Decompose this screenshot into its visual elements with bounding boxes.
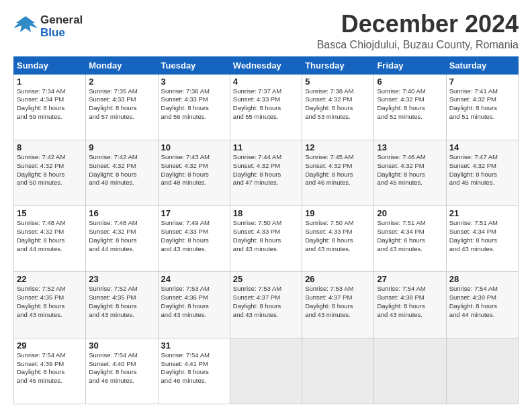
calendar-week-row: 22 Sunrise: 7:52 AMSunset: 4:35 PMDaylig… [14, 272, 519, 338]
calendar-cell: 1 Sunrise: 7:34 AMSunset: 4:34 PMDayligh… [14, 74, 86, 140]
calendar-cell: 14 Sunrise: 7:47 AMSunset: 4:32 PMDaylig… [446, 140, 518, 205]
calendar-cell: 8 Sunrise: 7:42 AMSunset: 4:32 PMDayligh… [14, 140, 86, 205]
day-info: Sunrise: 7:42 AMSunset: 4:32 PMDaylight:… [89, 153, 137, 186]
calendar-cell: 29 Sunrise: 7:54 AMSunset: 4:39 PMDaylig… [14, 338, 86, 404]
calendar-header-row: Sunday Monday Tuesday Wednesday Thursday… [14, 56, 519, 74]
main-title: December 2024 [317, 11, 519, 38]
day-info: Sunrise: 7:44 AMSunset: 4:32 PMDaylight:… [233, 153, 281, 186]
title-block: December 2024 Basca Chiojdului, Buzau Co… [317, 11, 519, 51]
col-wednesday: Wednesday [230, 56, 302, 74]
day-info: Sunrise: 7:45 AMSunset: 4:32 PMDaylight:… [305, 153, 353, 186]
calendar-cell: 24 Sunrise: 7:53 AMSunset: 4:36 PMDaylig… [158, 272, 230, 338]
day-info: Sunrise: 7:34 AMSunset: 4:34 PMDaylight:… [17, 87, 65, 120]
day-info: Sunrise: 7:48 AMSunset: 4:32 PMDaylight:… [89, 219, 137, 252]
col-friday: Friday [374, 56, 446, 74]
calendar-cell: 18 Sunrise: 7:50 AMSunset: 4:33 PMDaylig… [230, 206, 302, 272]
day-info: Sunrise: 7:40 AMSunset: 4:32 PMDaylight:… [377, 87, 425, 120]
col-sunday: Sunday [14, 56, 86, 74]
calendar-cell: 6 Sunrise: 7:40 AMSunset: 4:32 PMDayligh… [374, 74, 446, 140]
calendar-cell: 27 Sunrise: 7:54 AMSunset: 4:38 PMDaylig… [374, 272, 446, 338]
calendar-cell: 31 Sunrise: 7:54 AMSunset: 4:41 PMDaylig… [158, 338, 230, 404]
day-info: Sunrise: 7:52 AMSunset: 4:35 PMDaylight:… [89, 285, 137, 318]
calendar-week-row: 15 Sunrise: 7:48 AMSunset: 4:32 PMDaylig… [14, 206, 519, 272]
calendar-cell: 20 Sunrise: 7:51 AMSunset: 4:34 PMDaylig… [374, 206, 446, 272]
day-number: 27 [377, 274, 443, 284]
header: General Blue December 2024 Basca Chiojdu… [13, 11, 519, 51]
col-monday: Monday [86, 56, 158, 74]
calendar-week-row: 1 Sunrise: 7:34 AMSunset: 4:34 PMDayligh… [14, 74, 519, 140]
calendar-cell [446, 338, 518, 404]
day-number: 8 [17, 142, 83, 152]
day-info: Sunrise: 7:52 AMSunset: 4:35 PMDaylight:… [17, 285, 65, 318]
logo: General Blue [13, 11, 83, 40]
calendar-cell: 3 Sunrise: 7:36 AMSunset: 4:33 PMDayligh… [158, 74, 230, 140]
day-number: 20 [377, 208, 443, 218]
calendar-cell: 15 Sunrise: 7:48 AMSunset: 4:32 PMDaylig… [14, 206, 86, 272]
calendar-cell: 26 Sunrise: 7:53 AMSunset: 4:37 PMDaylig… [302, 272, 374, 338]
day-info: Sunrise: 7:54 AMSunset: 4:40 PMDaylight:… [89, 351, 137, 384]
day-info: Sunrise: 7:37 AMSunset: 4:33 PMDaylight:… [233, 87, 281, 120]
day-number: 2 [89, 77, 154, 87]
calendar-cell [374, 338, 446, 404]
calendar-week-row: 29 Sunrise: 7:54 AMSunset: 4:39 PMDaylig… [14, 338, 519, 404]
day-number: 1 [17, 77, 83, 87]
day-number: 15 [17, 208, 83, 218]
day-info: Sunrise: 7:54 AMSunset: 4:38 PMDaylight:… [377, 285, 425, 318]
logo-bird-svg [13, 13, 38, 38]
day-info: Sunrise: 7:54 AMSunset: 4:39 PMDaylight:… [17, 351, 65, 384]
calendar-cell: 4 Sunrise: 7:37 AMSunset: 4:33 PMDayligh… [230, 74, 302, 140]
calendar-cell [230, 338, 302, 404]
day-number: 9 [89, 142, 154, 152]
day-info: Sunrise: 7:35 AMSunset: 4:33 PMDaylight:… [89, 87, 137, 120]
calendar-cell: 21 Sunrise: 7:51 AMSunset: 4:34 PMDaylig… [446, 206, 518, 272]
calendar-cell: 25 Sunrise: 7:53 AMSunset: 4:37 PMDaylig… [230, 272, 302, 338]
calendar-cell: 10 Sunrise: 7:43 AMSunset: 4:32 PMDaylig… [158, 140, 230, 205]
day-number: 24 [161, 274, 227, 284]
page: General Blue December 2024 Basca Chiojdu… [0, 0, 532, 411]
day-number: 25 [233, 274, 299, 284]
day-info: Sunrise: 7:50 AMSunset: 4:33 PMDaylight:… [233, 219, 281, 252]
day-number: 29 [17, 340, 83, 351]
calendar-cell: 28 Sunrise: 7:54 AMSunset: 4:39 PMDaylig… [446, 272, 518, 338]
day-info: Sunrise: 7:50 AMSunset: 4:33 PMDaylight:… [305, 219, 353, 252]
day-number: 31 [161, 340, 227, 351]
day-info: Sunrise: 7:48 AMSunset: 4:32 PMDaylight:… [17, 219, 65, 252]
day-number: 14 [449, 142, 515, 152]
day-info: Sunrise: 7:53 AMSunset: 4:37 PMDaylight:… [305, 285, 353, 318]
calendar-cell: 13 Sunrise: 7:46 AMSunset: 4:32 PMDaylig… [374, 140, 446, 205]
day-info: Sunrise: 7:53 AMSunset: 4:37 PMDaylight:… [233, 285, 281, 318]
col-thursday: Thursday [302, 56, 374, 74]
day-number: 13 [377, 142, 443, 152]
day-info: Sunrise: 7:54 AMSunset: 4:39 PMDaylight:… [449, 285, 498, 318]
day-info: Sunrise: 7:41 AMSunset: 4:32 PMDaylight:… [449, 87, 498, 120]
subtitle: Basca Chiojdului, Buzau County, Romania [317, 39, 519, 51]
day-number: 5 [305, 77, 371, 87]
calendar-cell: 5 Sunrise: 7:38 AMSunset: 4:32 PMDayligh… [302, 74, 374, 140]
calendar-cell: 22 Sunrise: 7:52 AMSunset: 4:35 PMDaylig… [14, 272, 86, 338]
calendar-cell [302, 338, 374, 404]
day-number: 16 [89, 208, 154, 218]
logo-general: General [40, 14, 83, 27]
calendar-cell: 12 Sunrise: 7:45 AMSunset: 4:32 PMDaylig… [302, 140, 374, 205]
day-number: 7 [449, 77, 515, 87]
day-number: 12 [305, 142, 371, 152]
calendar-cell: 17 Sunrise: 7:49 AMSunset: 4:33 PMDaylig… [158, 206, 230, 272]
day-number: 4 [233, 77, 299, 87]
calendar-cell: 19 Sunrise: 7:50 AMSunset: 4:33 PMDaylig… [302, 206, 374, 272]
day-number: 19 [305, 208, 371, 218]
calendar-cell: 7 Sunrise: 7:41 AMSunset: 4:32 PMDayligh… [446, 74, 518, 140]
calendar-week-row: 8 Sunrise: 7:42 AMSunset: 4:32 PMDayligh… [14, 140, 519, 205]
day-info: Sunrise: 7:46 AMSunset: 4:32 PMDaylight:… [377, 153, 425, 186]
day-info: Sunrise: 7:51 AMSunset: 4:34 PMDaylight:… [449, 219, 498, 252]
calendar-cell: 30 Sunrise: 7:54 AMSunset: 4:40 PMDaylig… [86, 338, 158, 404]
day-info: Sunrise: 7:42 AMSunset: 4:32 PMDaylight:… [17, 153, 65, 186]
day-info: Sunrise: 7:47 AMSunset: 4:32 PMDaylight:… [449, 153, 498, 186]
day-number: 10 [161, 142, 227, 152]
day-info: Sunrise: 7:43 AMSunset: 4:32 PMDaylight:… [161, 153, 210, 186]
day-info: Sunrise: 7:36 AMSunset: 4:33 PMDaylight:… [161, 87, 210, 120]
day-number: 22 [17, 274, 83, 284]
svg-marker-0 [13, 16, 38, 32]
day-info: Sunrise: 7:54 AMSunset: 4:41 PMDaylight:… [161, 351, 210, 384]
day-number: 23 [89, 274, 154, 284]
col-saturday: Saturday [446, 56, 518, 74]
